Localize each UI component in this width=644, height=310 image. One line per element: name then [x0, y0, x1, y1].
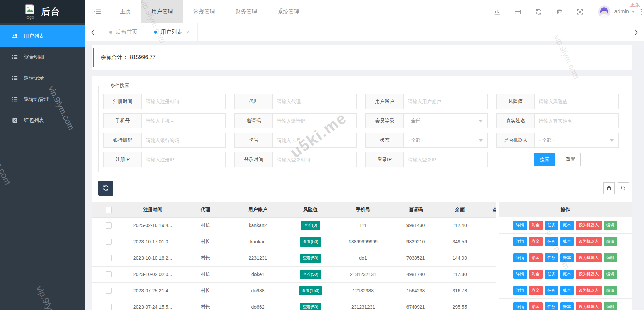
risk-view-button[interactable]: 查看(50) — [300, 270, 321, 279]
op-info-button[interactable]: 账本 — [560, 302, 574, 310]
op-info-button[interactable]: 账本 — [560, 221, 574, 230]
op-info-button[interactable]: 账本 — [560, 253, 574, 262]
op-danger-button[interactable]: 彩金 — [529, 270, 543, 279]
op-danger-button[interactable]: 设为机器人 — [576, 237, 602, 246]
sidebar-toggle-icon[interactable] — [85, 0, 110, 23]
op-danger-button[interactable]: 彩金 — [529, 253, 543, 262]
sidebar-item-invite-records[interactable]: 邀请记录 — [0, 68, 85, 89]
field-input[interactable] — [534, 94, 619, 109]
op-danger-button[interactable]: 设为机器人 — [576, 302, 602, 310]
op-danger-button[interactable]: 彩金 — [529, 286, 543, 295]
op-info-button[interactable]: 任务 — [545, 237, 558, 246]
fullscreen-icon[interactable] — [576, 8, 584, 15]
select-value: - 全部 - — [408, 118, 423, 124]
field-input[interactable] — [141, 152, 226, 167]
op-info-button[interactable]: 详情 — [513, 237, 527, 246]
op-danger-button[interactable]: 彩金 — [529, 221, 543, 230]
user-menu[interactable]: admin — [614, 8, 629, 15]
row-checkbox[interactable] — [106, 304, 112, 310]
op-info-button[interactable]: 账本 — [560, 270, 574, 279]
field-input[interactable] — [141, 133, 226, 148]
op-danger-button[interactable]: 设为机器人 — [576, 270, 602, 279]
tab-close-icon[interactable]: × — [186, 29, 189, 35]
row-checkbox[interactable] — [106, 271, 112, 277]
risk-view-button[interactable]: 查看(50) — [300, 237, 321, 247]
nav-menu-general-mgmt[interactable]: 常规管理 — [183, 0, 225, 23]
op-success-button[interactable]: 编辑 — [604, 302, 617, 310]
select-all-checkbox[interactable] — [106, 207, 112, 213]
op-info-button[interactable]: 任务 — [545, 302, 558, 310]
field-label: 是否机器人 — [496, 133, 534, 148]
risk-view-button[interactable]: 查看(50) — [300, 254, 321, 263]
op-success-button[interactable]: 编辑 — [604, 237, 617, 246]
chart-icon[interactable] — [494, 8, 501, 15]
field-input[interactable] — [141, 94, 226, 109]
search-button[interactable]: 搜索 — [534, 153, 555, 166]
op-info-button[interactable]: 任务 — [545, 286, 558, 295]
sidebar-item-fund-detail[interactable]: 资金明细 — [0, 47, 85, 68]
risk-view-button[interactable]: 查看(0) — [301, 221, 320, 230]
risk-view-button[interactable]: 查看(150) — [299, 286, 322, 295]
op-info-button[interactable]: 详情 — [513, 253, 527, 262]
op-danger-button[interactable]: 设为机器人 — [576, 286, 602, 295]
cell-agent: 村长 — [180, 234, 231, 250]
row-checkbox[interactable] — [106, 288, 112, 294]
nav-menu-finance-mgmt[interactable]: 财务管理 — [225, 0, 267, 23]
tab-用户列表[interactable]: 用户列表× — [146, 23, 198, 41]
op-info-button[interactable]: 详情 — [513, 221, 527, 230]
field-input[interactable] — [403, 94, 488, 109]
op-info-button[interactable]: 详情 — [513, 270, 527, 279]
nav-menu-system-mgmt[interactable]: 系统管理 — [267, 0, 309, 23]
filter-columns-button[interactable] — [603, 182, 615, 194]
field-input[interactable] — [534, 113, 619, 128]
op-info-button[interactable]: 任务 — [545, 253, 558, 262]
op-info-button[interactable]: 账本 — [560, 237, 574, 246]
op-success-button[interactable]: 编辑 — [604, 270, 617, 279]
refresh-icon[interactable] — [535, 8, 542, 15]
tabs-scroll-right[interactable] — [628, 23, 644, 41]
op-success-button[interactable]: 编辑 — [604, 286, 617, 295]
op-danger-button[interactable]: 设为机器人 — [576, 221, 602, 230]
field-input[interactable] — [272, 113, 357, 128]
cell-cb — [92, 250, 126, 266]
more-menu-icon[interactable] — [640, 8, 643, 15]
field-input[interactable] — [272, 94, 357, 109]
card-icon[interactable] — [514, 8, 522, 15]
field-input[interactable] — [141, 113, 226, 128]
row-checkbox[interactable] — [106, 239, 112, 245]
field-label: 登录时间 — [234, 152, 272, 167]
field-select[interactable]: - 全部 - — [534, 133, 619, 148]
search-zoom-button[interactable] — [618, 182, 629, 194]
op-info-button[interactable]: 任务 — [545, 270, 558, 279]
risk-view-button[interactable]: 查看(50) — [300, 303, 321, 310]
avatar[interactable] — [598, 5, 610, 18]
field-input[interactable] — [272, 133, 357, 148]
op-danger-button[interactable]: 设为机器人 — [576, 253, 602, 262]
field-select[interactable]: - 全部 - — [403, 133, 488, 148]
field-input[interactable] — [403, 152, 488, 167]
op-danger-button[interactable]: 彩金 — [529, 302, 543, 310]
tabs-scroll-left[interactable] — [85, 23, 101, 41]
field-input[interactable] — [272, 152, 357, 167]
nav-menu-home[interactable]: 主页 — [110, 0, 141, 23]
reset-button[interactable]: 重置 — [561, 153, 581, 166]
sidebar-item-invite-codes[interactable]: 邀请码管理 — [0, 89, 85, 110]
sidebar-item-user-list[interactable]: 用户列表 — [0, 25, 85, 47]
op-info-button[interactable]: 账本 — [560, 286, 574, 295]
refresh-table-button[interactable] — [98, 181, 113, 196]
op-info-button[interactable]: 任务 — [545, 221, 558, 230]
row-checkbox[interactable] — [106, 222, 112, 229]
op-success-button[interactable]: 编辑 — [604, 253, 617, 262]
op-info-button[interactable]: 详情 — [513, 286, 527, 295]
op-info-button[interactable]: 详情 — [513, 302, 527, 310]
tab-后台首页[interactable]: 后台首页 — [101, 23, 146, 41]
row-checkbox[interactable] — [106, 255, 112, 261]
trash-icon[interactable] — [556, 8, 563, 15]
sidebar-item-redpacket-list[interactable]: 红包列表 — [0, 110, 85, 131]
op-danger-button[interactable]: 彩金 — [529, 237, 543, 246]
table-row-actions: 详情彩金任务账本设为机器人编辑 — [499, 282, 632, 299]
brand-header: logo 后台 — [0, 0, 85, 23]
field-select[interactable]: - 全部 - — [403, 113, 488, 128]
op-success-button[interactable]: 编辑 — [604, 221, 617, 230]
nav-menu-user-mgmt[interactable]: 用户管理 — [141, 0, 183, 23]
